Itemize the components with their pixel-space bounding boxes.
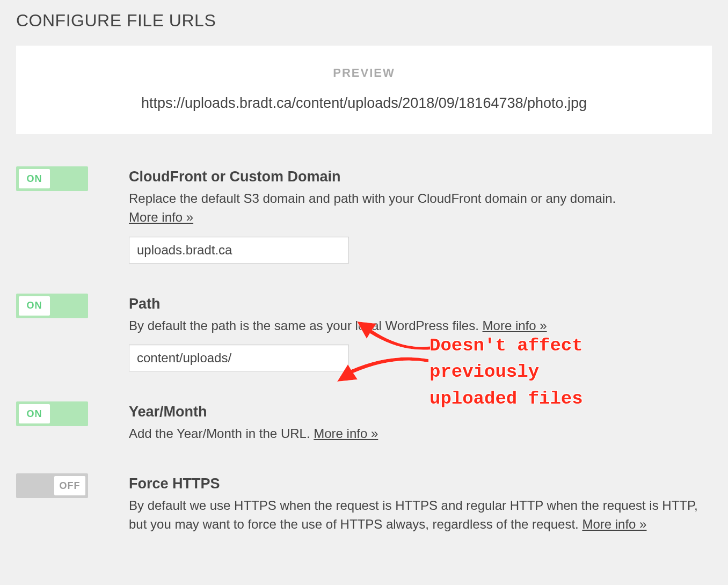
setting-title: Path [129, 296, 712, 312]
setting-title: CloudFront or Custom Domain [129, 169, 712, 185]
setting-cloudfront: ON CloudFront or Custom Domain Replace t… [16, 166, 712, 264]
path-input[interactable] [129, 345, 349, 371]
setting-title: Year/Month [129, 404, 712, 420]
setting-https: OFF Force HTTPS By default we use HTTPS … [16, 473, 712, 534]
settings-page: CONFIGURE FILE URLS PREVIEW https://uplo… [0, 0, 728, 585]
toggle-knob: ON [19, 296, 50, 316]
toggle-knob: OFF [54, 476, 85, 495]
desc-text: Add the Year/Month in the URL. [129, 426, 314, 441]
toggle-cloudfront[interactable]: ON [16, 166, 88, 191]
more-info-link[interactable]: More info » [314, 426, 378, 441]
setting-yearmonth: ON Year/Month Add the Year/Month in the … [16, 401, 712, 443]
toggle-https[interactable]: OFF [16, 473, 88, 498]
preview-url: https://uploads.bradt.ca/content/uploads… [32, 95, 696, 112]
toggle-knob: ON [19, 404, 50, 423]
preview-label: PREVIEW [32, 66, 696, 80]
section-title: CONFIGURE FILE URLS [16, 11, 712, 31]
toggle-path[interactable]: ON [16, 294, 88, 318]
setting-title: Force HTTPS [129, 476, 712, 492]
toggle-knob: ON [19, 169, 50, 188]
more-info-link[interactable]: More info » [483, 318, 547, 333]
setting-desc: Add the Year/Month in the URL. More info… [129, 425, 712, 443]
more-info-link[interactable]: More info » [129, 210, 193, 224]
toggle-yearmonth[interactable]: ON [16, 401, 88, 426]
cloudfront-domain-input[interactable] [129, 237, 349, 264]
preview-box: PREVIEW https://uploads.bradt.ca/content… [16, 46, 712, 134]
setting-desc: By default we use HTTPS when the request… [129, 496, 712, 534]
setting-path: ON Path By default the path is the same … [16, 294, 712, 372]
desc-text: Replace the default S3 domain and path w… [129, 191, 616, 206]
desc-text: By default the path is the same as your … [129, 318, 483, 333]
more-info-link[interactable]: More info » [582, 517, 646, 531]
setting-desc: By default the path is the same as your … [129, 317, 712, 335]
setting-desc: Replace the default S3 domain and path w… [129, 189, 712, 227]
